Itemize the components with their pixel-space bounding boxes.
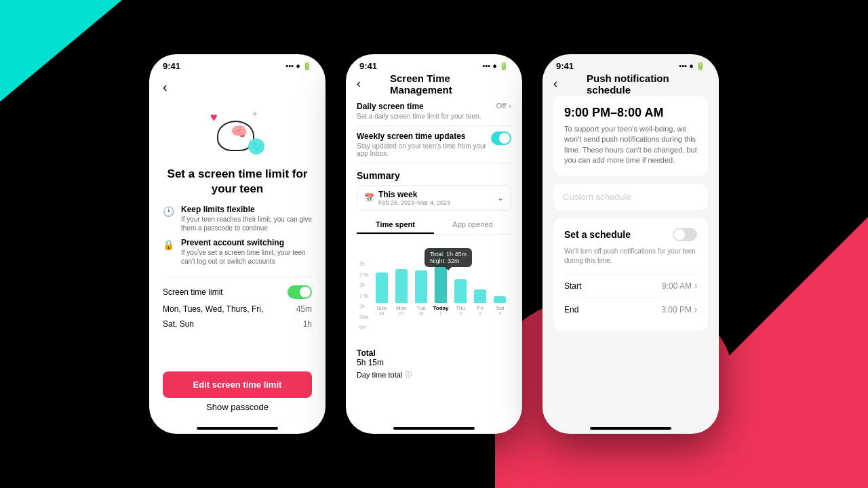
- screen-time-limit-row: Screen time limit: [163, 283, 312, 302]
- summary-title: Summary: [357, 163, 511, 185]
- screen-time-limit-label: Screen time limit: [163, 287, 223, 297]
- back-button-2[interactable]: ‹: [357, 77, 361, 91]
- week-subtitle: Feb 26, 2023–Mar 4, 2023: [378, 199, 450, 206]
- weekday-value: 45m: [296, 304, 312, 314]
- weekend-row: Sat, Sun 1h: [163, 317, 312, 331]
- schedule-block: Set a schedule We'll turn off push notif…: [553, 218, 708, 331]
- start-value: 9:00 AM ›: [662, 281, 697, 291]
- time-desc: To support your teen's well-being, we wo…: [564, 124, 697, 166]
- show-passcode-button[interactable]: Show passcode: [163, 402, 312, 412]
- phone3-header: ‹ Push notification schedule: [542, 74, 719, 96]
- status-icons-1: ▪▪▪ ● 🔋: [286, 62, 312, 70]
- status-bar-1: 9:41 ▪▪▪ ● 🔋: [149, 54, 326, 74]
- home-indicator-1: [197, 427, 278, 430]
- phone3-content: 9:00 PM–8:00 AM To support your teen's w…: [542, 96, 719, 423]
- status-bar-2: 9:41 ▪▪▪ ● 🔋: [346, 54, 522, 74]
- week-title: This week: [378, 190, 450, 199]
- lock-icon: 🔒: [163, 239, 174, 250]
- phone1-title: Set a screen time limit for your teen: [163, 167, 312, 197]
- daily-screen-time-sub: Set a daily screen time limit for your t…: [357, 113, 481, 120]
- bar-thu: Thu 2: [452, 279, 469, 316]
- weekday-row: Mon, Tues, Wed, Thurs, Fri, 45m: [163, 302, 312, 317]
- feature-flexible-heading: Keep limits flexible: [181, 205, 312, 214]
- end-time-row[interactable]: End 3:00 PM ›: [564, 298, 697, 321]
- custom-schedule-input[interactable]: Custom schedule: [553, 184, 708, 210]
- calendar-icon: 📅: [364, 193, 374, 203]
- arrow-icon: ↻: [248, 138, 264, 155]
- tooltip-total: Total: 1h 45m: [430, 251, 467, 258]
- chevron-right-icon: ›: [509, 102, 511, 110]
- week-selector[interactable]: 📅 This week Feb 26, 2023–Mar 4, 2023 ⌄: [357, 185, 511, 211]
- heart-icon: ♥: [210, 110, 218, 125]
- schedule-title: Set a schedule: [564, 229, 631, 240]
- bar-tue: Tue 28: [412, 270, 429, 316]
- tab-time-spent[interactable]: Time spent: [357, 216, 434, 234]
- back-button-1[interactable]: ‹: [163, 79, 312, 95]
- sparkle-icon: ✦: [251, 108, 259, 119]
- schedule-toggle[interactable]: [673, 228, 697, 241]
- info-icon: ⓘ: [405, 370, 412, 380]
- weekly-updates-section: Weekly screen time updates Stay updated …: [357, 126, 511, 163]
- y-axis: 3h 2.5h 2h 1.5h 1h 30m 0m: [359, 262, 369, 329]
- home-indicator-2: [393, 427, 475, 430]
- tabs-row: Time spent App opened: [357, 216, 511, 235]
- daily-off-value[interactable]: Off ›: [496, 102, 511, 110]
- push-notification-title: Push notification schedule: [587, 73, 675, 96]
- brain-lines: 🧠: [231, 123, 248, 140]
- day-time-total-label: Day time total: [357, 371, 402, 379]
- time-block: 9:00 PM–8:00 AM To support your teen's w…: [553, 96, 708, 176]
- feature-flexible: 🕐 Keep limits flexible If your teen reac…: [163, 205, 312, 232]
- weekly-updates-label: Weekly screen time updates: [357, 131, 491, 141]
- chevron-right-end: ›: [694, 305, 697, 314]
- total-value: 5h 15m: [357, 358, 511, 367]
- bar-fri: Fri 3: [472, 289, 489, 316]
- chart-area: Total: 1h 45m Night: 32m 3h 2.5h 2h 1.5h…: [357, 248, 511, 343]
- illustration: ♥ ✦ 🧠 ↻: [163, 100, 312, 161]
- total-section: Total 5h 15m Day time total ⓘ: [357, 343, 511, 382]
- home-indicator-3: [590, 427, 671, 430]
- feature-switching: 🔒 Prevent account switching If you've se…: [163, 238, 312, 266]
- phone-3: 9:41 ▪▪▪ ● 🔋 ‹ Push notification schedul…: [542, 54, 719, 434]
- weekly-updates-toggle[interactable]: [491, 131, 511, 145]
- back-button-3[interactable]: ‹: [553, 77, 557, 91]
- schedule-header: Set a schedule: [564, 228, 697, 241]
- chevron-down-icon: ⌄: [497, 193, 504, 203]
- daily-screen-time-label: Daily screen time: [357, 102, 481, 111]
- bar-sat: Sat 4: [492, 296, 509, 316]
- start-time-row[interactable]: Start 9:00 AM ›: [564, 274, 697, 298]
- daily-screen-time-section: Daily screen time Set a daily screen tim…: [357, 96, 511, 126]
- screen-time-management-title: Screen Time Management: [390, 73, 478, 96]
- phone1-content: ‹ ♥ ✦ 🧠 ↻ Set a screen time limit for yo…: [149, 74, 326, 423]
- weekend-value: 1h: [303, 319, 312, 329]
- tooltip-night: Night: 32m: [430, 258, 467, 264]
- status-icons-2: ▪▪▪ ● 🔋: [483, 62, 509, 70]
- weekend-label: Sat, Sun: [163, 319, 194, 329]
- tab-app-opened[interactable]: App opened: [434, 216, 511, 234]
- screen-time-toggle[interactable]: [288, 285, 312, 299]
- phone-2: 9:41 ▪▪▪ ● 🔋 ‹ Screen Time Management Da…: [346, 54, 522, 434]
- weekly-updates-sub: Stay updated on your teen's time from yo…: [357, 142, 491, 157]
- feature-switching-heading: Prevent account switching: [181, 238, 312, 247]
- status-bar-3: 9:41 ▪▪▪ ● 🔋: [542, 54, 719, 74]
- divider-1: [163, 277, 312, 277]
- weekday-label: Mon, Tues, Wed, Thurs, Fri,: [163, 304, 263, 314]
- status-icons-3: ▪▪▪ ● 🔋: [679, 62, 705, 70]
- bg-teal-triangle: [0, 0, 122, 102]
- bar-mon: Mon 27: [393, 269, 410, 316]
- time-3: 9:41: [556, 61, 574, 71]
- phone2-content: Daily screen time Set a daily screen tim…: [346, 96, 522, 423]
- bar-sun: Sun 26: [373, 272, 390, 316]
- phones-container: 9:41 ▪▪▪ ● 🔋 ‹ ♥ ✦ 🧠 ↻ Set a screen time…: [149, 54, 719, 434]
- end-label: End: [564, 305, 578, 314]
- day-time-total-row: Day time total ⓘ: [357, 370, 511, 380]
- chevron-right-start: ›: [694, 281, 697, 291]
- brain-illustration: ♥ ✦ 🧠 ↻: [210, 107, 264, 155]
- time-2: 9:41: [359, 61, 377, 71]
- time-1: 9:41: [163, 61, 180, 71]
- phone2-header: ‹ Screen Time Management: [346, 74, 522, 96]
- edit-screen-time-button[interactable]: Edit screen time limit: [163, 371, 312, 398]
- feature-switching-body: If you've set a screen time limit, your …: [181, 248, 312, 266]
- chart-tooltip: Total: 1h 45m Night: 32m: [425, 248, 472, 267]
- time-range: 9:00 PM–8:00 AM: [564, 106, 697, 120]
- start-label: Start: [564, 281, 581, 291]
